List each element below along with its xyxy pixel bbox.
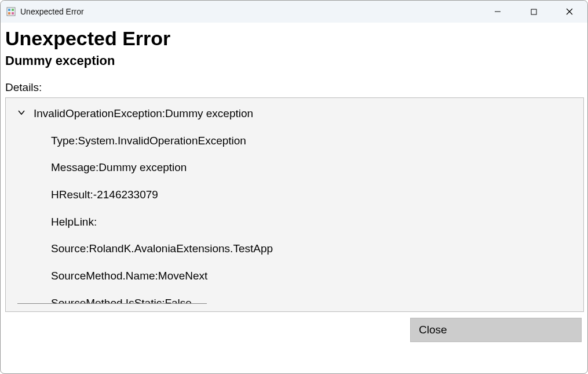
exception-detail-row: Source:RolandK.AvaloniaExtensions.TestAp… (51, 242, 207, 256)
exception-message-heading: Dummy exception (5, 53, 584, 68)
exception-detail-row: SourceMethod.IsStatic:False (51, 296, 207, 303)
exception-detail-row: Message:Dummy exception (51, 161, 207, 175)
details-label: Details: (5, 81, 584, 94)
exception-summary: InvalidOperationException:Dummy exceptio… (34, 107, 253, 121)
exception-detail-row: HelpLink: (51, 215, 207, 230)
svg-rect-2 (12, 9, 14, 11)
details-panel[interactable]: InvalidOperationException:Dummy exceptio… (5, 97, 584, 312)
close-button[interactable]: Close (410, 318, 582, 342)
tree-children: Type:System.InvalidOperationException Me… (17, 134, 207, 304)
page-title: Unexpected Error (5, 27, 584, 50)
close-window-button[interactable] (552, 1, 587, 23)
svg-rect-3 (8, 12, 10, 14)
window-title: Unexpected Error (20, 7, 84, 16)
window-titlebar: Unexpected Error (1, 1, 587, 23)
exception-detail-row: HResult:-2146233079 (51, 188, 207, 202)
svg-rect-6 (531, 9, 536, 14)
dialog-content: Unexpected Error Dummy exception Details… (1, 23, 587, 346)
window-controls (480, 1, 587, 23)
minimize-button[interactable] (480, 1, 516, 23)
button-row: Close (5, 312, 584, 342)
app-icon (6, 7, 16, 16)
tree-node-root[interactable]: InvalidOperationException:Dummy exceptio… (17, 107, 572, 121)
exception-detail-row: Type:System.InvalidOperationException (51, 134, 207, 148)
chevron-down-icon[interactable] (17, 108, 34, 117)
svg-rect-1 (8, 9, 10, 11)
maximize-button[interactable] (516, 1, 552, 23)
exception-detail-row: SourceMethod.Name:MoveNext (51, 269, 207, 284)
svg-rect-4 (12, 12, 14, 14)
